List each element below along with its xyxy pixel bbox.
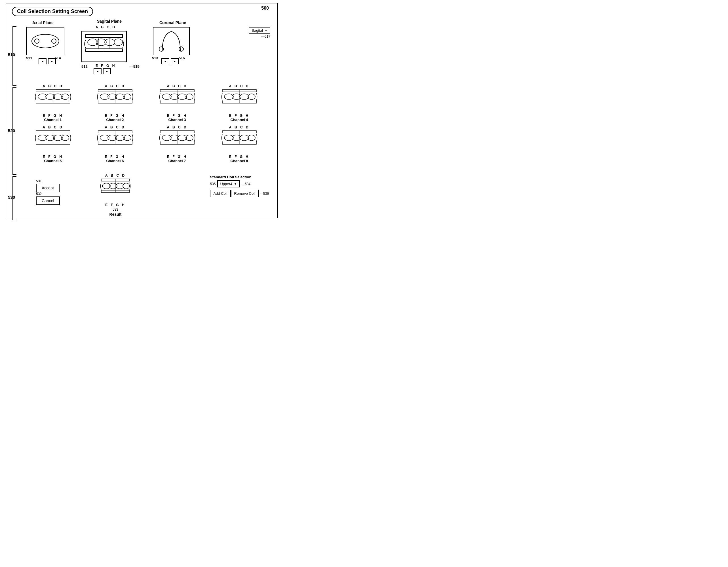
channel-6-item: A B C D E F G H Channel 6 xyxy=(85,125,145,164)
ref-515: —515 xyxy=(130,64,140,69)
svg-point-12 xyxy=(159,47,164,51)
sagittal-select-button[interactable]: Sagital ▼ xyxy=(249,27,270,34)
ch6-coil-svg[interactable] xyxy=(97,129,134,155)
ref-510-label: 510 xyxy=(8,52,15,57)
dropdown-arrow-icon: ▼ xyxy=(265,29,267,32)
coronal-coil-svg xyxy=(155,29,188,54)
result-label: Result xyxy=(109,212,122,217)
ref-536: —536 xyxy=(260,192,269,196)
ref-500: 500 xyxy=(261,6,269,11)
ref-517: —517 xyxy=(249,35,270,39)
section-510: Axial Plane 511 ◄ ► —514 Sagital Plane A… xyxy=(20,19,272,83)
result-efgh: E F G H xyxy=(105,203,125,207)
sagittal-next-button[interactable]: ► xyxy=(103,68,111,74)
svg-point-25 xyxy=(124,94,131,100)
channel-1-item: A B C D E F G H Channel 1 xyxy=(23,84,83,123)
ch7-efgh: E F G H xyxy=(167,155,187,159)
ref-532: 532 xyxy=(36,192,60,196)
sagittal-coil-svg xyxy=(83,32,125,61)
ref-512: 512 xyxy=(81,64,88,69)
coronal-plane-label: Coronal Plane xyxy=(159,20,186,25)
coronal-image xyxy=(153,27,190,55)
ch2-abcd: A B C D xyxy=(105,84,125,88)
cancel-area: 532 Cancel xyxy=(36,192,60,205)
screen-title: Coil Selection Setting Screen xyxy=(12,7,93,16)
ref-533: 533 xyxy=(113,208,118,212)
upper4-select-button[interactable]: Upper4 ▼ xyxy=(217,180,240,188)
svg-point-32 xyxy=(186,94,193,100)
sagittal-image xyxy=(81,31,127,62)
svg-point-13 xyxy=(179,47,183,51)
ch8-abcd: A B C D xyxy=(229,125,249,129)
standard-coil-area: Standard Coil Selection 535 Upper4 ▼ —53… xyxy=(210,175,269,197)
result-area: A B C D E F G H 533 Result xyxy=(100,174,131,217)
ch7-abcd: A B C D xyxy=(167,125,187,129)
cancel-button[interactable]: Cancel xyxy=(36,197,60,205)
ch7-coil-svg[interactable] xyxy=(159,129,196,155)
ch8-label: Channel 8 xyxy=(230,159,248,163)
svg-point-1 xyxy=(35,39,39,43)
svg-point-18 xyxy=(62,94,69,100)
section-520: A B C D E F G H Channel 1 A B C D xyxy=(20,84,272,172)
result-abcd: A B C D xyxy=(105,174,126,178)
svg-point-2 xyxy=(52,39,56,43)
ch1-coil-svg[interactable] xyxy=(35,88,71,114)
sagittal-nav: ◄ ► xyxy=(94,68,111,74)
ch2-efgh: E F G H xyxy=(105,114,125,118)
ch6-efgh: E F G H xyxy=(105,155,125,159)
ref-535: 535 xyxy=(210,182,216,186)
add-coil-button[interactable]: Add Coil xyxy=(210,190,231,197)
axial-prev-button[interactable]: ◄ xyxy=(39,58,47,64)
svg-point-7 xyxy=(114,39,123,46)
ch5-efgh: E F G H xyxy=(43,155,63,159)
ch4-abcd: A B C D xyxy=(229,84,249,88)
coil-buttons-row: Add Coil Remove Coil —536 xyxy=(210,190,269,197)
channel-grid: A B C D E F G H Channel 1 A B C D xyxy=(20,84,272,164)
ch5-abcd: A B C D xyxy=(43,125,63,129)
main-container: Coil Selection Setting Screen 500 510 52… xyxy=(6,3,278,218)
ref-511: 511 xyxy=(26,56,32,60)
axial-image xyxy=(26,27,64,55)
ref-530-label: 530 xyxy=(8,195,15,200)
ch1-label: Channel 1 xyxy=(44,118,62,122)
ch3-label: Channel 3 xyxy=(168,118,186,122)
ch6-abcd: A B C D xyxy=(105,125,125,129)
ch3-coil-svg[interactable] xyxy=(159,88,196,114)
channel-4-item: A B C D E F G H Channel 4 xyxy=(210,84,269,123)
ref-534: —534 xyxy=(241,182,250,186)
sagittal-plane-label: Sagital Plane xyxy=(97,19,122,24)
ch8-efgh: E F G H xyxy=(229,155,249,159)
ch7-label: Channel 7 xyxy=(168,159,186,163)
channel-7-item: A B C D E F G H Channel 7 xyxy=(147,125,207,164)
remove-coil-button[interactable]: Remove Coil xyxy=(231,190,259,197)
ch8-coil-svg[interactable] xyxy=(221,129,258,155)
accept-area: 531 Accept xyxy=(36,179,60,192)
standard-coil-title: Standard Coil Selection xyxy=(210,175,269,179)
ref-514: —514 xyxy=(51,56,61,60)
ch1-efgh: E F G H xyxy=(43,114,63,118)
axial-coil-svg xyxy=(28,30,62,52)
ref-513: 513 xyxy=(152,56,158,60)
ch4-label: Channel 4 xyxy=(230,118,248,122)
ch4-coil-svg[interactable] xyxy=(221,88,258,114)
ch3-abcd: A B C D xyxy=(167,84,187,88)
coronal-prev-button[interactable]: ◄ xyxy=(161,58,169,64)
ch2-coil-svg[interactable] xyxy=(97,88,134,114)
result-coil-svg xyxy=(100,178,131,203)
ch3-efgh: E F G H xyxy=(167,114,187,118)
accept-button[interactable]: Accept xyxy=(36,184,60,192)
ch2-label: Channel 2 xyxy=(106,118,124,122)
sagittal-prev-button[interactable]: ◄ xyxy=(94,68,102,74)
ch1-abcd: A B C D xyxy=(43,84,63,88)
sagittal-efgh-label: E F G H xyxy=(96,64,116,68)
ch6-label: Channel 6 xyxy=(106,159,124,163)
svg-point-67 xyxy=(248,135,255,141)
channel-3-item: A B C D E F G H Channel 3 xyxy=(147,84,207,123)
ch4-efgh: E F G H xyxy=(229,114,249,118)
channel-8-item: A B C D E F G H Channel 8 xyxy=(210,125,269,164)
sagittal-abcd-label: A B C D xyxy=(96,25,116,29)
upper4-row: 535 Upper4 ▼ —534 xyxy=(210,180,269,188)
ref-531: 531 xyxy=(36,179,60,183)
svg-point-46 xyxy=(62,135,69,141)
ch5-coil-svg[interactable] xyxy=(35,129,71,155)
